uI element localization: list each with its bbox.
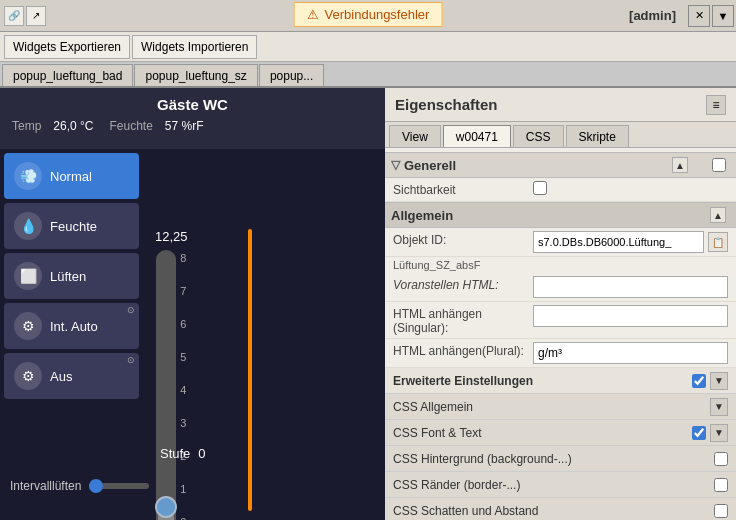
html-anhaengen-singular-value bbox=[533, 305, 728, 327]
tab-w00471[interactable]: w00471 bbox=[443, 125, 511, 147]
feuchte-value: 57 %rF bbox=[165, 119, 204, 133]
html-anhaengen-singular-input[interactable] bbox=[533, 305, 728, 327]
properties-header: Eigenschaften ≡ bbox=[385, 88, 736, 122]
mode-btn-feuchte[interactable]: 💧 Feuchte bbox=[4, 203, 139, 249]
html-anhaengen-plural-value bbox=[533, 342, 728, 364]
mode-btn-int-auto[interactable]: ⚙ Int. Auto ⊙ bbox=[4, 303, 139, 349]
css-font-text-label: CSS Font & Text bbox=[393, 426, 481, 440]
feuchte-label: Feuchte bbox=[110, 119, 153, 133]
css-allgemein-row[interactable]: CSS Allgemein ▼ bbox=[385, 394, 736, 420]
sichtbarkeit-value bbox=[533, 181, 728, 195]
css-font-text-checkbox[interactable] bbox=[692, 426, 706, 440]
slider-thumb[interactable] bbox=[155, 496, 177, 518]
tab-bar: popup_lueftung_bad popup_lueftung_sz pop… bbox=[0, 62, 736, 88]
css-hintergrund-controls bbox=[714, 452, 728, 466]
lueften-label: Lüften bbox=[50, 269, 86, 284]
erweiterte-row[interactable]: Erweiterte Einstellungen ▼ bbox=[385, 368, 736, 394]
feuchte-icon: 💧 bbox=[14, 212, 42, 240]
expand-icon-btn[interactable]: ↗ bbox=[26, 6, 46, 26]
feuchte-label: Feuchte bbox=[50, 219, 97, 234]
css-font-text-row[interactable]: CSS Font & Text ▼ bbox=[385, 420, 736, 446]
temp-label: Temp bbox=[12, 119, 41, 133]
css-schatten-label: CSS Schatten und Abstand bbox=[393, 504, 538, 518]
html-anhaengen-singular-row: HTML anhängen (Singular): bbox=[385, 302, 736, 339]
normal-icon: 💨 bbox=[14, 162, 42, 190]
slider-track[interactable] bbox=[156, 250, 176, 520]
sichtbarkeit-checkbox[interactable] bbox=[533, 181, 547, 195]
main-content: Gäste WC Temp 26,0 °C Feuchte 57 %rF 💨 N… bbox=[0, 88, 736, 520]
mode-btn-normal[interactable]: 💨 Normal bbox=[4, 153, 139, 199]
toolbar: Widgets Exportieren Widgets Importieren bbox=[0, 32, 736, 62]
mode-btn-lueften[interactable]: ⬜ Lüften bbox=[4, 253, 139, 299]
allgemein-label: Allgemein bbox=[391, 208, 453, 223]
expand-button[interactable]: ▼ bbox=[712, 5, 734, 27]
generell-scroll-btn[interactable]: ▲ bbox=[672, 157, 688, 173]
connection-error-text: Verbindungsfehler bbox=[325, 7, 430, 22]
css-schatten-controls bbox=[714, 504, 728, 518]
voranstellen-html-input[interactable] bbox=[533, 276, 728, 298]
connection-error-banner: ⚠ Verbindungsfehler bbox=[294, 2, 443, 27]
tab-popup-lueftung-sz[interactable]: popup_lueftung_sz bbox=[134, 64, 257, 86]
html-anhaengen-plural-row: HTML anhängen(Plural): bbox=[385, 339, 736, 368]
tab-popup-lueftung-bad[interactable]: popup_lueftung_bad bbox=[2, 64, 133, 86]
stufe-value: 0 bbox=[198, 446, 205, 461]
css-allgemein-label: CSS Allgemein bbox=[393, 400, 473, 414]
voranstellen-html-label: Voranstellen HTML: bbox=[393, 276, 533, 292]
mode-btn-aus[interactable]: ⚙ Aus ⊙ bbox=[4, 353, 139, 399]
normal-label: Normal bbox=[50, 169, 92, 184]
generell-checkbox[interactable] bbox=[712, 158, 726, 172]
voranstellen-html-row: Voranstellen HTML: bbox=[385, 273, 736, 302]
css-hintergrund-row[interactable]: CSS Hintergrund (background-...) bbox=[385, 446, 736, 472]
objekt-id-row: Objekt ID: 📋 bbox=[385, 228, 736, 257]
properties-menu-button[interactable]: ≡ bbox=[706, 95, 726, 115]
voranstellen-html-value bbox=[533, 276, 728, 298]
erweiterte-controls: ▼ bbox=[692, 372, 728, 390]
generell-label: Generell bbox=[404, 158, 456, 173]
slider-area: 12,25 8 7 6 5 4 3 2 1 0 bbox=[155, 229, 188, 520]
html-anhaengen-plural-label: HTML anhängen(Plural): bbox=[393, 342, 533, 358]
interval-row: Intervalllüften bbox=[10, 479, 149, 493]
objekt-id-copy-btn[interactable]: 📋 bbox=[708, 232, 728, 252]
tab-popup-other[interactable]: popup... bbox=[259, 64, 324, 86]
objekt-id-value: 📋 bbox=[533, 231, 728, 253]
widget-stats: Temp 26,0 °C Feuchte 57 %rF bbox=[8, 119, 377, 133]
css-schatten-row[interactable]: CSS Schatten und Abstand bbox=[385, 498, 736, 520]
link-icon-btn[interactable]: 🔗 bbox=[4, 6, 24, 26]
export-button[interactable]: Widgets Exportieren bbox=[4, 35, 130, 59]
tab-view[interactable]: View bbox=[389, 125, 441, 147]
html-anhaengen-plural-input[interactable] bbox=[533, 342, 728, 364]
import-button[interactable]: Widgets Importieren bbox=[132, 35, 257, 59]
allgemein-section-header: Allgemein ▲ bbox=[385, 202, 736, 228]
admin-label: [admin] bbox=[629, 8, 676, 23]
css-font-text-dropdown[interactable]: ▼ bbox=[710, 424, 728, 442]
html-anhaengen-singular-label: HTML anhängen (Singular): bbox=[393, 305, 533, 335]
int-auto-badge: ⊙ bbox=[127, 305, 135, 315]
right-panel: Eigenschaften ≡ View w00471 CSS Skripte … bbox=[385, 88, 736, 520]
css-allgemein-dropdown[interactable]: ▼ bbox=[710, 398, 728, 416]
css-hintergrund-checkbox[interactable] bbox=[714, 452, 728, 466]
allgemein-scroll-btn[interactable]: ▲ bbox=[710, 207, 726, 223]
int-auto-icon: ⚙ bbox=[14, 312, 42, 340]
erweiterte-dropdown-btn[interactable]: ▼ bbox=[710, 372, 728, 390]
stufe-label: Stufe bbox=[160, 446, 190, 461]
int-auto-label: Int. Auto bbox=[50, 319, 98, 334]
css-schatten-checkbox[interactable] bbox=[714, 504, 728, 518]
tab-skripte[interactable]: Skripte bbox=[566, 125, 629, 147]
widget-header: Gäste WC Temp 26,0 °C Feuchte 57 %rF bbox=[0, 88, 385, 149]
css-raender-row[interactable]: CSS Ränder (border-...) bbox=[385, 472, 736, 498]
interval-slider[interactable] bbox=[89, 483, 149, 489]
objekt-id-input[interactable] bbox=[533, 231, 704, 253]
css-raender-label: CSS Ränder (border-...) bbox=[393, 478, 520, 492]
interval-label: Intervalllüften bbox=[10, 479, 81, 493]
erweiterte-label: Erweiterte Einstellungen bbox=[393, 374, 533, 388]
lueften-icon: ⬜ bbox=[14, 262, 42, 290]
css-raender-checkbox[interactable] bbox=[714, 478, 728, 492]
aus-icon: ⚙ bbox=[14, 362, 42, 390]
tab-css[interactable]: CSS bbox=[513, 125, 564, 147]
stufe-row: Stufe 0 bbox=[160, 446, 206, 461]
close-button[interactable]: ✕ bbox=[688, 5, 710, 27]
orange-reference-line bbox=[248, 229, 252, 511]
generell-section-header: ▽ Generell ▲ bbox=[385, 152, 736, 178]
objekt-id-subtext: Lüftung_SZ_absF bbox=[385, 257, 736, 273]
erweiterte-checkbox[interactable] bbox=[692, 374, 706, 388]
